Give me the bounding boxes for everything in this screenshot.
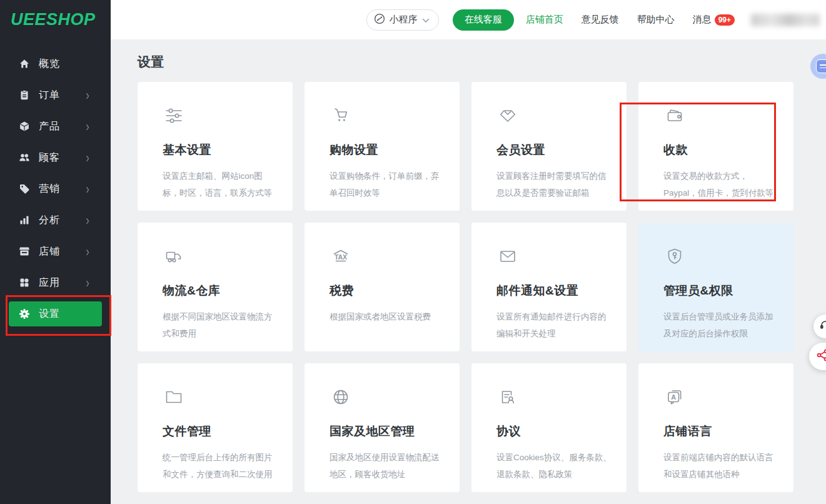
share-widget[interactable] xyxy=(809,343,826,370)
store-home-link[interactable]: 店铺首页 xyxy=(526,14,563,26)
sidebar-item-label: 应用 xyxy=(39,276,86,290)
card-desc: 设置顾客注册时需要填写的信息以及是否需要验证邮箱 xyxy=(496,168,613,201)
diamond-icon xyxy=(496,104,613,128)
wallet-icon xyxy=(663,104,780,128)
sidebar-item-marketing[interactable]: 营销 › xyxy=(0,173,111,204)
card-desc: 设置店主邮箱、网站icon图标，时区，语言，联系方式等 xyxy=(163,168,279,201)
card-title: 税费 xyxy=(330,283,446,299)
card-desc: 统一管理后台上传的所有图片和文件，方便查询和二次使用 xyxy=(163,449,279,483)
sidebar-item-label: 店铺 xyxy=(39,245,86,258)
card-admin-permissions[interactable]: 管理员&权限 设置后台管理员或业务员添加及对应的后台操作权限 xyxy=(638,223,793,351)
truck-icon xyxy=(163,245,279,269)
sidebar-item-settings[interactable]: 设置 xyxy=(9,301,102,326)
svg-text:A: A xyxy=(671,393,676,401)
apps-icon xyxy=(19,277,30,288)
card-desc: 国家及地区使用设置物流配送地区，顾客收货地址 xyxy=(330,449,446,483)
help-center-link[interactable]: 帮助中心 xyxy=(637,14,675,26)
card-tax[interactable]: TAX 税费 根据国家或者地区设置税费 xyxy=(305,223,460,351)
card-store-language[interactable]: A 店铺语言 设置前端店铺内容的默认语言和设置店铺其他语种 xyxy=(638,363,793,492)
announcement-widget[interactable] xyxy=(810,54,826,79)
sidebar-item-label: 分析 xyxy=(39,214,86,227)
card-desc: 设置购物条件，订单前缀，弃单召回时效等 xyxy=(330,168,446,201)
card-member-settings[interactable]: 会员设置 设置顾客注册时需要填写的信息以及是否需要验证邮箱 xyxy=(471,82,627,211)
online-service-button[interactable]: 在线客服 xyxy=(453,9,514,31)
card-title: 邮件通知&设置 xyxy=(496,283,613,299)
ueeshop-logo[interactable]: UEESHOP xyxy=(0,0,111,29)
card-agreements[interactable]: 协议 设置Cookies协议、服务条款、退款条款、隐私政策 xyxy=(471,363,627,492)
sidebar-item-label: 概览 xyxy=(39,58,89,71)
gear-icon xyxy=(19,308,30,320)
sidebar-item-label: 订单 xyxy=(39,89,86,102)
sidebar-item-analytics[interactable]: 分析 › xyxy=(0,204,111,236)
sidebar-item-store[interactable]: 店铺 › xyxy=(0,236,111,267)
shield-key-icon xyxy=(663,245,780,269)
sidebar-item-apps[interactable]: 应用 › xyxy=(0,267,111,298)
agreement-doc-icon xyxy=(496,386,613,410)
sidebar-item-orders[interactable]: 订单 › xyxy=(0,79,111,111)
card-title: 物流&仓库 xyxy=(163,283,279,299)
card-desc: 设置所有通知邮件进行内容的编辑和开关处理 xyxy=(496,308,613,342)
sidebar-item-customers[interactable]: 顾客 › xyxy=(0,142,111,173)
sidebar-item-products[interactable]: 产品 › xyxy=(0,111,111,142)
card-title: 管理员&权限 xyxy=(663,283,780,299)
settings-card-grid: 基本设置 设置店主邮箱、网站icon图标，时区，语言，联系方式等 购物设置 设置… xyxy=(138,82,793,492)
products-icon xyxy=(19,121,30,132)
chevron-down-icon xyxy=(422,14,430,26)
card-desc: 设置交易的收款方式，Paypal，信用卡，货到付款等 xyxy=(663,168,780,201)
chevron-right-icon: › xyxy=(86,182,89,196)
home-icon xyxy=(19,58,30,69)
mini-program-dropdown[interactable]: 小程序 xyxy=(366,9,439,31)
card-desc: 设置Cookies协议、服务条款、退款条款、隐私政策 xyxy=(496,449,613,483)
messages-badge: 99+ xyxy=(715,14,735,26)
language-bubble-icon: A xyxy=(663,386,780,410)
card-file-management[interactable]: 文件管理 统一管理后台上传的所有图片和文件，方便查询和二次使用 xyxy=(138,363,293,492)
card-desc: 设置后台管理员或业务员添加及对应的后台操作权限 xyxy=(663,308,780,342)
page-title: 设置 xyxy=(138,53,164,71)
card-desc: 设置前端店铺内容的默认语言和设置店铺其他语种 xyxy=(663,449,780,483)
card-desc: 根据国家或者地区设置税费 xyxy=(330,308,446,325)
sidebar-item-label: 设置 xyxy=(39,308,93,321)
marketing-tag-icon xyxy=(19,183,30,194)
card-basic-settings[interactable]: 基本设置 设置店主邮箱、网站icon图标，时区，语言，联系方式等 xyxy=(138,82,293,211)
sidebar-item-label: 产品 xyxy=(39,120,86,133)
globe-icon xyxy=(330,386,446,410)
sidebar-nav: 概览 订单 › 产品 › 顾客 › 营销 xyxy=(0,48,111,330)
folder-icon xyxy=(163,386,279,410)
sidebar-item-label: 顾客 xyxy=(39,151,86,164)
mini-program-icon xyxy=(374,13,385,27)
customers-icon xyxy=(19,152,30,163)
account-name-blurred[interactable] xyxy=(751,14,820,26)
messages-label: 消息 xyxy=(693,14,712,26)
sidebar-item-label: 营销 xyxy=(39,183,86,196)
store-icon xyxy=(19,246,30,257)
chevron-right-icon: › xyxy=(86,276,89,290)
svg-text:TAX: TAX xyxy=(335,253,347,261)
chevron-right-icon: › xyxy=(86,244,89,258)
card-shopping-settings[interactable]: 购物设置 设置购物条件，订单前缀，弃单召回时效等 xyxy=(305,82,460,211)
card-title: 店铺语言 xyxy=(663,423,780,440)
analytics-icon xyxy=(19,214,30,226)
chevron-right-icon: › xyxy=(86,119,89,133)
card-countries-regions[interactable]: 国家及地区管理 国家及地区使用设置物流配送地区，顾客收货地址 xyxy=(305,363,460,492)
chevron-right-icon: › xyxy=(86,213,89,227)
tax-icon: TAX xyxy=(330,245,446,269)
card-desc: 根据不同国家地区设置物流方式和费用 xyxy=(163,308,279,342)
top-header: 小程序 在线客服 店铺首页 意见反馈 帮助中心 消息 99+ xyxy=(111,0,826,39)
card-title: 会员设置 xyxy=(496,142,613,158)
sidebar-item-overview[interactable]: 概览 xyxy=(0,48,111,79)
chevron-right-icon: › xyxy=(86,88,89,102)
card-logistics-warehouse[interactable]: 物流&仓库 根据不同国家地区设置物流方式和费用 xyxy=(138,223,293,351)
support-icon xyxy=(819,319,826,334)
messages-link[interactable]: 消息 99+ xyxy=(693,14,735,26)
feedback-link[interactable]: 意见反馈 xyxy=(582,14,619,26)
card-payment[interactable]: 收款 设置交易的收款方式，Paypal，信用卡，货到付款等 xyxy=(638,82,793,211)
announcement-icon xyxy=(816,59,826,73)
orders-icon xyxy=(19,89,30,101)
card-title: 协议 xyxy=(496,423,613,440)
card-email-notifications[interactable]: 邮件通知&设置 设置所有通知邮件进行内容的编辑和开关处理 xyxy=(471,223,627,351)
support-widget[interactable] xyxy=(813,315,826,338)
card-title: 收款 xyxy=(663,142,780,158)
card-title: 基本设置 xyxy=(163,142,279,158)
chevron-right-icon: › xyxy=(86,151,89,164)
sidebar: UEESHOP 概览 订单 › 产品 › 顾客 xyxy=(0,0,111,504)
